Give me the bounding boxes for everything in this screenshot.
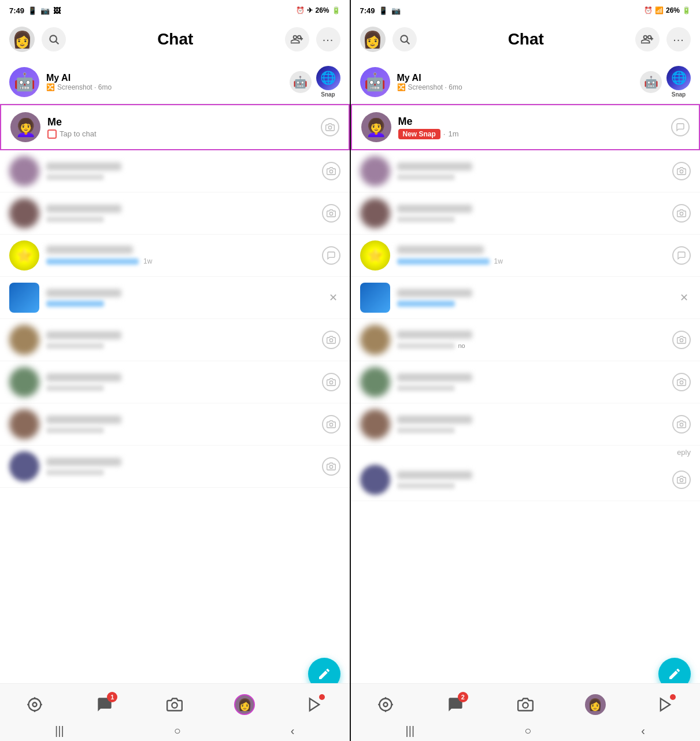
chat-badge-right: 2 (458, 692, 468, 702)
battery-left: 26% (315, 6, 329, 14)
system-nav-right: ||| ○ ‹ (351, 722, 701, 741)
my-ai-row-right[interactable]: 🤖 My AI 🔀 Screenshot · 6mo 🤖 🌐 Snap (351, 60, 701, 104)
screenshot-icon-right: 🔀 (397, 83, 406, 91)
status-time-left: 7:49 📱 📷 🖼 (9, 6, 61, 15)
close-icon-4-right[interactable]: ✕ (677, 291, 691, 305)
svg-point-27 (680, 423, 683, 426)
close-icon-4-left[interactable]: ✕ (327, 291, 340, 305)
back-btn-left[interactable]: ‹ (291, 724, 295, 738)
home-btn-right[interactable]: ○ (524, 724, 531, 738)
chat-list-item-2-left[interactable] (0, 192, 350, 235)
chat-info-4-left (46, 289, 320, 307)
nav-icons-right: 2 👩 (351, 684, 701, 722)
instagram-icon: 📷 (40, 6, 50, 15)
camera-icon-8-right[interactable] (672, 470, 691, 489)
nav-profile-left[interactable]: 👩 (232, 692, 257, 717)
profile-avatar-left[interactable]: 👩 (9, 27, 35, 52)
gallery-icon: 🖼 (53, 6, 61, 15)
camera-icon-6-left[interactable] (322, 373, 340, 391)
camera-icon-me-left[interactable] (321, 118, 339, 136)
timestamp-3-left: 1w (143, 257, 152, 265)
camera-icon-1-right[interactable] (672, 162, 691, 180)
svg-line-1 (56, 42, 59, 45)
chat-name-7-left (46, 416, 121, 424)
chat-sub-2-right (397, 216, 455, 223)
nav-map-left[interactable] (22, 692, 47, 717)
chat-icon-me-right[interactable] (671, 118, 690, 136)
search-button-right[interactable] (392, 27, 417, 51)
search-button-left[interactable] (42, 27, 66, 51)
my-ai-row-left[interactable]: 🤖 My AI 🔀 Screenshot · 6mo 🤖 🌐 Snap (0, 60, 350, 104)
nav-profile-right[interactable]: 👩 (583, 692, 608, 717)
nav-camera-left[interactable] (162, 692, 187, 717)
more-options-button-right[interactable]: ··· (666, 27, 691, 51)
ai-info-right: My AI 🔀 Screenshot · 6mo (397, 73, 634, 91)
camera-icon-5-right[interactable] (672, 331, 691, 349)
nav-chat-right[interactable]: 2 (443, 692, 468, 717)
timestamp-5-right: no (458, 342, 465, 349)
camera-icon-2-right[interactable] (672, 204, 691, 223)
camera-icon-7-left[interactable] (322, 415, 340, 434)
chat-name-7-right (397, 416, 472, 424)
bitmoji-button-left[interactable]: 🤖 (290, 71, 312, 93)
back-btn-right[interactable]: ‹ (641, 724, 645, 738)
me-row-right[interactable]: 👩‍🦱 Me New Snap · 1m (351, 104, 701, 150)
svg-point-9 (329, 423, 332, 426)
chat-list-item-1-right[interactable] (351, 150, 701, 192)
chat-name-6-left (46, 373, 121, 381)
svg-point-0 (50, 35, 57, 42)
add-friend-button-right[interactable] (635, 27, 660, 51)
camera-icon-1-left[interactable] (322, 162, 340, 180)
chat-sub-8-left (46, 469, 104, 476)
chat-icon-3-right[interactable] (672, 246, 691, 265)
alarm-icon: ⏰ (296, 6, 305, 14)
nav-discover-right[interactable] (653, 692, 678, 717)
snap-button-right[interactable]: 🌐 Snap (666, 66, 691, 98)
chat-list-item-4-left[interactable]: ✕ (0, 277, 350, 319)
more-options-button-left[interactable]: ··· (316, 27, 340, 51)
svg-point-5 (329, 170, 332, 173)
chat-list-item-6-left[interactable] (0, 361, 350, 403)
chat-name-1-left (46, 162, 121, 171)
me-info-right: Me New Snap · 1m (398, 116, 665, 139)
profile-avatar-right[interactable]: 👩 (360, 27, 386, 52)
nav-chat-left[interactable]: 1 (92, 692, 117, 717)
nav-map-right[interactable] (373, 692, 398, 717)
header-right: 👩 Chat ··· (351, 18, 701, 60)
recent-apps-btn-right[interactable]: ||| (406, 724, 415, 738)
chat-list-item-3-right[interactable]: ⭐ 1w (351, 235, 701, 277)
blue-avatar-right (360, 283, 390, 313)
me-row-left[interactable]: 👩‍🦱 Me Tap to chat (0, 104, 350, 150)
recent-apps-btn-left[interactable]: ||| (55, 724, 64, 738)
camera-icon-2-left[interactable] (322, 204, 340, 223)
chat-list-item-3-left[interactable]: ⭐ 1w (0, 235, 350, 277)
camera-icon-8-left[interactable] (322, 457, 340, 476)
camera-icon-5-left[interactable] (322, 331, 340, 349)
camera-icon-7-right[interactable] (672, 415, 691, 434)
me-sub-left: Tap to chat (47, 129, 314, 139)
snap-button-left[interactable]: 🌐 Snap (316, 66, 340, 98)
chat-icon-3-left[interactable] (322, 246, 340, 265)
chat-list-item-5-right[interactable]: no (351, 319, 701, 361)
home-btn-left[interactable]: ○ (174, 724, 181, 738)
battery-icon-r: 🔋 (682, 6, 691, 14)
camera-icon-6-right[interactable] (672, 373, 691, 391)
nav-camera-right[interactable] (513, 692, 538, 717)
yellow-avatar-left: ⭐ (9, 240, 39, 271)
nav-discover-left[interactable] (302, 692, 327, 717)
chat-list-item-5-left[interactable] (0, 319, 350, 361)
chat-list-item-8-right[interactable] (351, 459, 701, 501)
chat-list-item-8-left[interactable] (0, 446, 350, 488)
chat-list-item-7-left[interactable] (0, 403, 350, 446)
chat-list-item-4-right[interactable]: ✕ (351, 277, 701, 319)
alarm-icon-r: ⏰ (644, 6, 653, 14)
add-friend-button-left[interactable] (285, 27, 309, 51)
chat-list-item-1-left[interactable] (0, 150, 350, 192)
bitmoji-button-right[interactable]: 🤖 (640, 71, 662, 93)
chat-list-item-2-right[interactable] (351, 192, 701, 235)
tap-to-chat-text: Tap to chat (60, 129, 97, 138)
chat-avatar-5-right (360, 325, 390, 355)
page-title-right: Chat (424, 30, 629, 49)
chat-list-item-7-right[interactable] (351, 403, 701, 446)
chat-list-item-6-right[interactable] (351, 361, 701, 403)
